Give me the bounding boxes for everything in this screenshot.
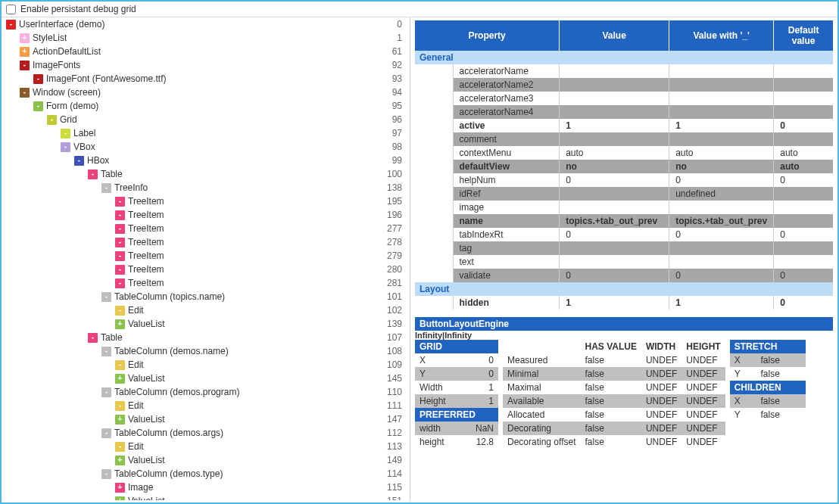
property-row[interactable]: hidden110 (415, 296, 833, 310)
collapse-icon[interactable]: - (101, 387, 111, 397)
property-row[interactable]: comment (415, 132, 833, 146)
expand-icon[interactable]: + (115, 415, 125, 425)
collapse-icon[interactable]: - (61, 142, 70, 152)
tree-row[interactable]: -Label97 (2, 126, 410, 140)
property-value[interactable] (560, 78, 669, 92)
collapse-icon[interactable]: - (101, 183, 111, 193)
tree-row[interactable]: -Form (demo)95 (2, 99, 410, 113)
tree-row[interactable]: -TableColumn (topics.name)101 (2, 290, 410, 303)
property-value[interactable] (560, 105, 669, 119)
property-value[interactable] (560, 132, 669, 146)
property-row[interactable]: acceleratorName4 (415, 105, 833, 119)
property-row[interactable]: contextMenuautoautoauto (415, 146, 833, 160)
collapse-icon[interactable]: - (88, 333, 98, 343)
tree-row[interactable]: -Window (screen)94 (2, 86, 410, 99)
tree-row[interactable]: +ValueList147 (2, 412, 410, 426)
property-value[interactable] (560, 92, 669, 105)
collapse-icon[interactable]: - (47, 115, 57, 125)
expand-icon[interactable]: + (115, 456, 125, 465)
property-row[interactable]: image (415, 201, 833, 214)
tree-row[interactable]: -Edit109 (2, 358, 410, 372)
tree-row[interactable]: -HBox99 (2, 154, 410, 167)
property-row[interactable]: acceleratorName (415, 64, 833, 78)
property-value[interactable] (560, 64, 669, 78)
tree-row[interactable]: -ImageFont (FontAwesome.ttf)93 (2, 72, 410, 86)
tree-row[interactable]: -TableColumn (demos.name)108 (2, 344, 410, 358)
tree-row[interactable]: -Grid96 (2, 113, 410, 126)
tree-row[interactable]: -TreeItem278 (2, 235, 410, 249)
tree-row[interactable]: -Table107 (2, 331, 410, 344)
collapse-icon[interactable]: - (33, 74, 43, 84)
collapse-icon[interactable]: - (115, 265, 125, 275)
tree-row[interactable]: -TableColumn (demos.type)114 (2, 467, 410, 481)
property-row[interactable]: defaultViewnonoauto (415, 160, 833, 173)
tree-row[interactable]: -Edit102 (2, 303, 410, 317)
enable-debug-grid-checkbox[interactable] (6, 5, 16, 14)
collapse-icon[interactable]: - (115, 224, 125, 234)
expand-icon[interactable]: + (115, 319, 125, 329)
collapse-icon[interactable]: - (6, 20, 16, 30)
collapse-icon[interactable]: - (20, 61, 30, 70)
tree-row[interactable]: +Image115 (2, 481, 410, 494)
property-row[interactable]: tabIndexRt000 (415, 228, 833, 241)
tree-row[interactable]: -TreeItem281 (2, 276, 410, 290)
property-row[interactable]: acceleratorName3 (415, 92, 833, 105)
property-value[interactable]: 1 (560, 119, 669, 132)
property-row[interactable]: helpNum000 (415, 173, 833, 187)
collapse-icon[interactable]: - (101, 347, 111, 356)
tree-row[interactable]: -Edit113 (2, 440, 410, 453)
tree-row[interactable]: -VBox98 (2, 140, 410, 154)
property-row[interactable]: acceleratorName2 (415, 78, 833, 92)
property-row[interactable]: text (415, 255, 833, 269)
collapse-icon[interactable]: - (115, 278, 125, 288)
property-value[interactable]: 0 (560, 173, 669, 187)
tree-row[interactable]: -UserInterface (demo)0 (2, 17, 410, 31)
properties-panel[interactable]: Property Value Value with '_' Default va… (410, 17, 837, 500)
tree-row[interactable]: -Table100 (2, 167, 410, 181)
tree-row[interactable]: -TreeItem195 (2, 194, 410, 208)
collapse-icon[interactable]: - (74, 156, 84, 166)
tree-row[interactable]: -ImageFonts92 (2, 58, 410, 72)
collapse-icon[interactable]: - (61, 129, 70, 138)
property-row[interactable]: tag (415, 241, 833, 255)
tree-row[interactable]: +ValueList151 (2, 494, 410, 500)
collapse-icon[interactable]: - (115, 197, 125, 207)
collapse-icon[interactable]: - (115, 210, 125, 220)
collapse-icon[interactable]: - (115, 360, 125, 370)
property-value[interactable]: auto (560, 146, 669, 160)
collapse-icon[interactable]: - (115, 442, 125, 452)
property-value[interactable] (560, 255, 669, 269)
property-value[interactable]: topics.+tab_out_prev (560, 214, 669, 228)
collapse-icon[interactable]: - (20, 88, 30, 98)
property-value[interactable] (560, 187, 669, 201)
property-value[interactable] (560, 241, 669, 255)
tree-row[interactable]: -TreeItem280 (2, 263, 410, 276)
tree-row[interactable]: +ValueList145 (2, 372, 410, 385)
tree-row[interactable]: -TreeItem277 (2, 222, 410, 235)
tree-row[interactable]: -TableColumn (demos.args)112 (2, 426, 410, 440)
collapse-icon[interactable]: - (115, 401, 125, 411)
collapse-icon[interactable]: - (88, 170, 98, 179)
property-row[interactable]: active110 (415, 119, 833, 132)
property-value[interactable]: no (560, 160, 669, 173)
expand-icon[interactable]: + (115, 496, 125, 501)
collapse-icon[interactable]: - (101, 469, 111, 479)
property-row[interactable]: idRefundefined (415, 187, 833, 201)
tree-row[interactable]: -TableColumn (demos.program)110 (2, 385, 410, 399)
property-row[interactable]: nametopics.+tab_out_prevtopics.+tab_out_… (415, 214, 833, 228)
expand-icon[interactable]: + (115, 483, 125, 493)
expand-icon[interactable]: + (20, 33, 30, 43)
tree-row[interactable]: -TreeItem196 (2, 208, 410, 222)
collapse-icon[interactable]: - (115, 306, 125, 316)
collapse-icon[interactable]: - (101, 428, 111, 438)
tree-row[interactable]: -TreeInfo138 (2, 181, 410, 194)
property-value[interactable]: 1 (560, 296, 669, 310)
tree-row[interactable]: -Edit111 (2, 399, 410, 412)
tree-row[interactable]: +StyleList1 (2, 31, 410, 45)
property-value[interactable]: 0 (560, 228, 669, 241)
collapse-icon[interactable]: - (33, 101, 43, 111)
property-value[interactable] (560, 201, 669, 214)
collapse-icon[interactable]: - (115, 251, 125, 261)
tree-row[interactable]: -TreeItem279 (2, 249, 410, 263)
expand-icon[interactable]: + (115, 374, 125, 384)
